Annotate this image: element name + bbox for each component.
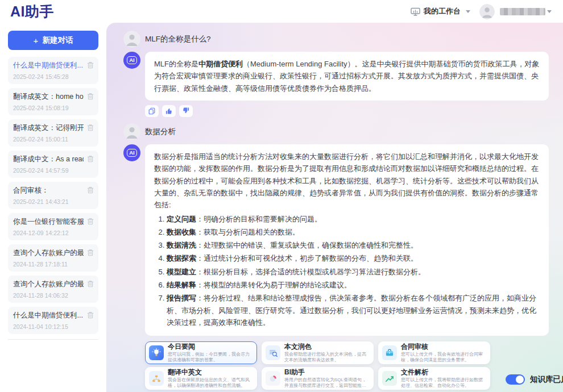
trash-icon[interactable]	[87, 218, 94, 225]
history-item[interactable]: 合同审核： 2025-02-21 14:43:21	[8, 182, 98, 209]
user-avatar	[123, 123, 140, 140]
user-message: 数据分析	[123, 123, 549, 140]
history-list: 什么是中期借贷便利... 2025-02-24 15:45:28 翻译成英文：h…	[8, 57, 98, 334]
user-message-text: 数据分析	[145, 123, 176, 140]
analysis-steps-list: 定义问题：明确分析的目标和需要解决的问题。 数据收集：获取与分析问题相关的数据。…	[154, 213, 540, 329]
user-avatar[interactable]	[479, 4, 495, 19]
trash-icon[interactable]	[87, 186, 94, 194]
bulb-icon	[149, 345, 164, 360]
trend-icon	[382, 371, 397, 386]
list-item: 结果解释：将模型的结果转化为易于理解的结论或建议。	[167, 279, 540, 291]
list-item: 数据收集：获取与分析问题相关的数据。	[167, 226, 540, 238]
top-header: AI助手 我的工作台	[0, 0, 563, 23]
user-avatar	[123, 31, 140, 48]
user-message-text: MLF的全称是什么?	[145, 31, 211, 48]
workspace-menu[interactable]: 我的工作台	[411, 6, 470, 16]
ai-avatar: AI	[123, 52, 140, 69]
user-message: MLF的全称是什么?	[123, 31, 549, 48]
app-logo: AI助手	[10, 2, 54, 21]
suggestion-cards: 今日要闻 您可以问我，例如：今日要闻，我会尽力提供准确和可靠的答案。 本文润色 …	[145, 341, 490, 390]
ai-message: AI MLF的全称是中期借贷便利（Medium-term Lending Fac…	[123, 52, 549, 117]
ai-intro-text: 数据分析是指用适当的统计分析方法对收集来的大量数据进行分析，将它们加以汇总和理解…	[154, 152, 539, 209]
ai-message: AI 数据分析是指用适当的统计分析方法对收集来的大量数据进行分析，将它们加以汇总…	[123, 144, 549, 336]
translate-icon	[149, 371, 164, 386]
history-item[interactable]: 你是一位银行智能客服，... 2024-12-09 14:22:12	[8, 213, 98, 240]
card-bi-assistant[interactable]: BI助手 将用户的自然语言转化为SQL查询语句，并直接与数据库进行交互，返回智能…	[262, 367, 374, 390]
monitor-icon	[411, 7, 420, 16]
ai-avatar: AI	[123, 144, 140, 161]
toggle-knob	[516, 376, 524, 383]
sidebar: + 新建对话 什么是中期借贷便利... 2025-02-24 15:45:28 …	[0, 23, 106, 392]
briefcase-icon	[382, 345, 397, 360]
new-chat-label: 新建对话	[42, 35, 73, 45]
history-item[interactable]: 查询个人存款账户的最新... 2024-11-28 14:06:32	[8, 276, 98, 303]
list-item: 数据探索：通过统计分析和可视化技术，初步了解数据的分布、趋势和关联。	[167, 252, 540, 264]
pie-chart-icon	[266, 371, 280, 386]
trash-icon[interactable]	[87, 280, 94, 287]
chevron-down-icon[interactable]	[547, 10, 552, 13]
list-item: 定义问题：明确分析的目标和需要解决的问题。	[167, 213, 540, 225]
thumbs-down-icon[interactable]	[179, 105, 193, 117]
trash-icon[interactable]	[87, 93, 94, 100]
new-chat-button[interactable]: + 新建对话	[8, 31, 98, 50]
chevron-down-icon	[466, 10, 470, 13]
thumbs-up-icon[interactable]	[162, 105, 176, 117]
trash-icon[interactable]	[87, 155, 94, 162]
message-actions	[145, 105, 549, 117]
ai-message-bubble: MLF的全称是中期借贷便利（Medium-term Lending Facili…	[145, 52, 549, 101]
user-name-redacted	[500, 8, 545, 15]
knowledge-base-toggle-group: 知识库已启用	[506, 374, 563, 385]
history-item[interactable]: 查询个人存款账户的最新... 2024-11-28 17:18:11	[8, 244, 98, 272]
card-translate[interactable]: 翻译中英文 我会旨在保留原始信息的含义、语气和风格，以确保翻译的准确性和自然流畅…	[145, 367, 257, 390]
knowledge-toggle[interactable]	[506, 374, 525, 385]
card-today-news[interactable]: 今日要闻 您可以问我，例如：今日要闻，我会尽力提供准确和可靠的答案。	[145, 341, 257, 364]
trash-icon[interactable]	[87, 124, 94, 131]
history-item[interactable]: 什么是中期借贷便利... 2025-02-24 15:45:28	[8, 57, 98, 84]
plus-icon: +	[34, 36, 39, 45]
history-item[interactable]: 翻译成英文：记得刚开始... 2025-02-24 15:00:11	[8, 119, 98, 147]
knowledge-toggle-label: 知识库已启用	[530, 374, 563, 385]
list-item: 数据清洗：处理数据中的错误、重复或缺失值，确保数据的准确性和完整性。	[167, 239, 540, 251]
trash-icon[interactable]	[87, 249, 94, 256]
trash-icon[interactable]	[87, 61, 94, 69]
trash-icon[interactable]	[87, 311, 94, 319]
list-item: 报告撰写：将分析过程、结果和结论整理成报告，供决策者参考。数据分析在各个领域都有…	[167, 292, 540, 328]
card-contract-review[interactable]: 合同审核 您可以上传文件，我会有效地进行合同审核，确保合同满足您的业务需求。	[378, 341, 490, 364]
chat-panel: MLF的全称是什么? AI MLF的全称是中期借贷便利（Medium-term …	[106, 23, 563, 392]
history-item[interactable]: 什么是中期借贷便利... 2024-11-04 10:12:15	[8, 307, 98, 334]
card-file-parse[interactable]: 文件解析 您可以上传文件，我将帮助您进行如数据处理、信息检索、自动化办公等。	[378, 367, 490, 390]
copy-icon[interactable]	[145, 105, 159, 117]
history-item[interactable]: 翻译成英文：home home 2025-02-24 15:08:19	[8, 88, 98, 115]
card-text-polish[interactable]: 本文润色 我会帮助您进行您输入的文本润色，提高文本的流畅度和表达效果。	[262, 341, 374, 364]
ai-message-bubble: 数据分析是指用适当的统计分析方法对收集来的大量数据进行分析，将它们加以汇总和理解…	[145, 144, 549, 336]
polish-icon	[266, 345, 280, 360]
history-item[interactable]: 翻译成中文：As a reader... 2025-02-24 14:57:59	[8, 151, 98, 178]
sidebar-divider	[8, 339, 98, 340]
workspace-label: 我的工作台	[424, 6, 461, 16]
list-item: 模型建立：根据分析目标，选择合适的统计模型或机器学习算法进行数据分析。	[167, 266, 540, 278]
